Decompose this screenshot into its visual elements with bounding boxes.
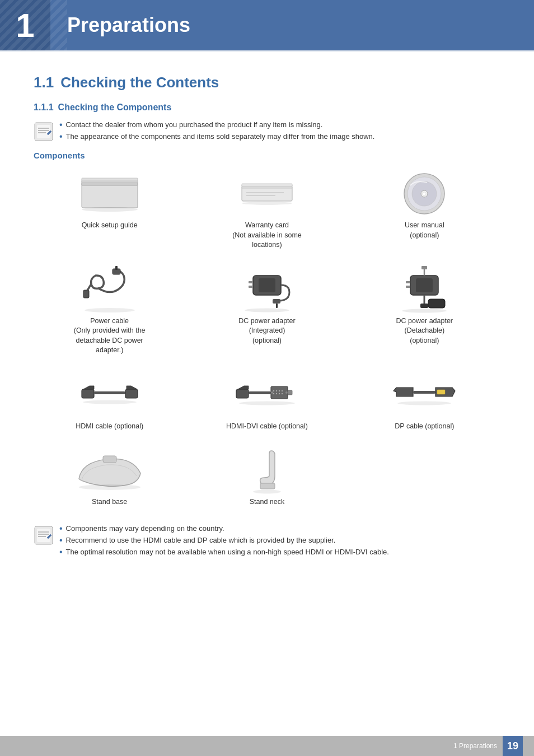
component-dc-adapter-int: DC power adapter(Integrated)(optional) [191, 267, 343, 356]
bottom-note-text-3: The optimal resolution may not be availa… [66, 548, 389, 556]
svg-point-65 [79, 484, 140, 490]
svg-rect-38 [428, 299, 445, 308]
svg-rect-57 [288, 390, 292, 395]
warranty-label: Warranty card(Not available in somelocat… [232, 221, 302, 250]
svg-rect-42 [125, 389, 138, 398]
svg-rect-34 [420, 304, 428, 308]
svg-rect-45 [249, 391, 271, 394]
component-dc-adapter-det: DC power adapter(Detachable)(optional) [349, 267, 500, 356]
svg-rect-35 [421, 266, 427, 269]
power-cable-img [76, 267, 143, 312]
subsection-title: 1.1.1 Checking the Components [34, 102, 500, 113]
bottom-note-2: • Recommend to use the HDMI cable and DP… [59, 536, 389, 545]
component-hdmi-dvi-cable: HDMI-DVI cable (optional) [191, 372, 343, 432]
component-power-cable: Power cable(Only provided with thedetach… [34, 267, 185, 356]
bottom-note-text-2: Recommend to use the HDMI cable and DP c… [66, 536, 336, 544]
note-text-2: The appearance of the components and ite… [66, 132, 375, 141]
dp-cable-img [391, 372, 458, 417]
main-content: 1.1 Checking the Contents 1.1.1 Checking… [0, 52, 534, 579]
bottom-note-1: • Components may vary depending on the c… [59, 524, 389, 533]
svg-point-49 [279, 390, 280, 391]
svg-rect-10 [242, 186, 292, 201]
warranty-card-img [233, 171, 301, 216]
svg-rect-26 [259, 278, 275, 292]
bottom-notes: • Components may vary depending on the c… [34, 524, 500, 557]
svg-rect-22 [115, 266, 118, 270]
component-warranty-card: Warranty card(Not available in somelocat… [191, 171, 343, 250]
svg-point-58 [239, 401, 295, 405]
svg-rect-28 [276, 304, 278, 308]
svg-point-24 [85, 308, 135, 312]
components-label: Components [34, 151, 500, 160]
bullet-b3: • [59, 548, 63, 557]
svg-point-52 [276, 393, 277, 394]
svg-point-31 [245, 308, 289, 312]
dp-label: DP cable (optional) [395, 422, 454, 432]
bottom-note-lines: • Components may vary depending on the c… [59, 524, 389, 557]
components-grid: Quick setup guide Warranty card(Not avai… [34, 171, 500, 507]
subsection-label: Checking the Components [58, 102, 172, 113]
svg-rect-66 [260, 483, 275, 489]
user-manual-label: User manual(optional) [405, 221, 444, 240]
stand-base-label: Stand base [92, 497, 127, 507]
dc-adapter-int-label: DC power adapter(Integrated)(optional) [238, 316, 295, 346]
power-cable-label: Power cable(Only provided with thedetach… [74, 316, 146, 356]
svg-point-56 [285, 391, 288, 394]
footer: 1 Preparations 19 [0, 736, 534, 756]
chapter-title: Preparations [67, 13, 190, 37]
component-quick-setup-guide: Quick setup guide [34, 171, 185, 250]
user-manual-img [391, 171, 458, 216]
bullet-1: • [59, 120, 63, 129]
chapter-number: 1 [16, 6, 34, 45]
svg-rect-37 [406, 286, 410, 288]
svg-rect-40 [82, 389, 94, 398]
svg-marker-59 [394, 388, 413, 396]
component-stand-base: Stand base [34, 448, 185, 507]
svg-point-67 [253, 490, 281, 494]
dc-adapter-int-img [233, 267, 301, 312]
stand-neck-img [233, 448, 301, 493]
svg-point-50 [282, 390, 283, 391]
svg-rect-1 [37, 125, 50, 138]
subsection-num: 1.1.1 [34, 102, 54, 113]
svg-point-15 [242, 202, 292, 205]
hdmi-dvi-img [233, 372, 301, 417]
svg-rect-30 [249, 286, 253, 288]
svg-point-51 [273, 393, 274, 394]
svg-point-9 [82, 207, 138, 212]
component-stand-neck: Stand neck [191, 448, 343, 507]
stand-base-img [76, 448, 143, 493]
hdmi-dvi-label: HDMI-DVI cable (optional) [226, 422, 308, 432]
svg-point-54 [282, 393, 283, 394]
svg-rect-33 [416, 278, 433, 292]
bottom-note-text-1: Components may vary depending on the cou… [66, 524, 224, 533]
chapter-number-box: 1 [0, 0, 50, 50]
svg-rect-29 [249, 281, 253, 283]
svg-rect-64 [103, 456, 116, 463]
note-icon [34, 122, 54, 142]
svg-rect-36 [406, 281, 410, 283]
component-hdmi-cable: HDMI cable (optional) [34, 372, 185, 432]
svg-rect-44 [236, 389, 249, 398]
svg-rect-41 [94, 391, 125, 394]
component-user-manual: User manual(optional) [349, 171, 500, 250]
svg-rect-46 [271, 386, 288, 399]
svg-point-55 [271, 391, 273, 394]
svg-rect-5 [82, 183, 138, 208]
quick-setup-guide-img [76, 171, 143, 216]
svg-rect-60 [413, 391, 435, 394]
svg-point-63 [397, 401, 451, 405]
dc-adapter-det-label: DC power adapter(Detachable)(optional) [396, 316, 453, 346]
svg-point-48 [276, 390, 277, 391]
quick-setup-label: Quick setup guide [82, 221, 138, 231]
top-notes: • Contact the dealer from whom you purch… [34, 120, 500, 142]
svg-point-53 [279, 393, 280, 394]
note-icon-bottom [34, 525, 54, 545]
bullet-2: • [59, 132, 63, 141]
svg-rect-69 [37, 529, 50, 542]
svg-rect-27 [273, 299, 280, 304]
bottom-note-3: • The optimal resolution may not be avai… [59, 548, 389, 557]
bullet-b1: • [59, 524, 63, 533]
hdmi-label: HDMI cable (optional) [76, 422, 143, 432]
note-line-1: • Contact the dealer from whom you purch… [59, 120, 374, 129]
